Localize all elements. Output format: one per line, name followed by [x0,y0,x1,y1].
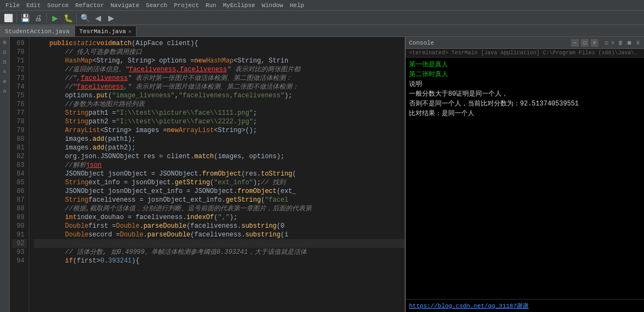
menu-navigate[interactable]: Navigate [107,0,143,10]
menu-window[interactable]: Window [258,0,287,10]
menu-myeclipse[interactable]: MyEclipse [220,0,258,10]
ln-84: 84 [12,170,27,178]
side-icon-4[interactable]: ≡ [1,67,9,76]
menu-file[interactable]: File [2,0,23,10]
code-line-84: JSONObject jsonObject = JSONObject.fromO… [34,170,405,178]
code-line-86: JSONObject josnObject_ext_info = JSONObj… [34,187,405,196]
code-line-74: //"faceliveness," 表示对第一张图片做活体检测、第二张图不做活体… [34,83,405,91]
console-panel: Console − □ × ⊡ ≡ 🗑 ⏹ ⏸ <terminated> Tes… [405,37,644,312]
side-icon-2[interactable]: ⊡ [1,48,9,57]
ln-81: 81 [12,143,27,152]
code-line-81: images.add(path2); [34,143,405,152]
toolbar-new[interactable]: ⬜ [2,12,14,24]
code-line-70: // 传入可选参数调用接口 [34,48,405,57]
code-line-82: org.json.JSONObject res = client.match(i… [34,152,405,161]
code-line-83: //解析json [34,161,405,170]
ln-93: 93 [12,248,27,257]
menu-project[interactable]: Project [171,0,202,10]
code-line-80: images.add(path1); [34,135,405,143]
ln-92: 92 [12,239,27,248]
menu-edit[interactable]: Edit [23,0,44,10]
ln-82: 82 [12,152,27,161]
side-icon-1[interactable]: ⊞ [1,38,9,47]
side-icon-5[interactable]: ⊕ [1,77,9,86]
tab-studentaction[interactable]: StudentAction.java [0,26,75,36]
ln-73: 73 [12,74,27,83]
console-toolbar-icons: ⊡ ≡ 🗑 ⏹ ⏸ [605,40,641,46]
console-close-btn[interactable]: × [591,39,598,47]
ln-88: 88 [12,204,27,213]
code-line-73: //",faceliveness" 表示对第一张图片不做活体检测、第二图做活体检… [34,74,405,83]
code-line-72: //返回的活体信息。"faceliveness,faceliveness" 表示… [34,65,405,74]
side-icon-6[interactable]: ⊖ [1,87,9,96]
code-line-75: options.put("image_liveness", "faceliven… [34,91,405,100]
ln-74: 74 [12,83,27,91]
toolbar-search[interactable]: 🔍 [79,12,91,24]
code-line-88: //根据,截取两个活体值，分别进行判断。逗号前面的代表第一章图片，后面的代表第 [34,204,405,213]
ln-72: 72 [12,65,27,74]
code-line-91: Double secord = Double.parseDouble(facel… [34,230,405,239]
tabbar: StudentAction.java TesrMain.java ✕ [0,25,644,37]
tab-close-icon[interactable]: ✕ [128,28,132,35]
toolbar-back[interactable]: ◀ [92,12,104,24]
menubar: File Edit Source Refactor Navigate Searc… [0,0,644,11]
console-line-4: 一般分数大于80证明是同一个人， [409,89,641,99]
code-line-79: ArrayList<String> images = new ArrayList… [34,126,405,135]
toolbar-print[interactable]: 🖨 [32,12,44,24]
console-line-3: 说明 [409,79,641,89]
ln-80: 80 [12,135,27,143]
menu-refactor[interactable]: Refactor [72,0,107,10]
code-line-92 [34,239,405,248]
ln-79: 79 [12,126,27,135]
main-area: ⊞ ⊡ ⊟ ≡ ⊕ ⊖ 69 70 71 72 73 74 75 76 77 7… [0,37,644,312]
code-line-85: String ext_info = jsonObject.getString("… [34,178,405,187]
ln-71: 71 [12,57,27,65]
ln-75: 75 [12,91,27,100]
menu-search[interactable]: Search [143,0,171,10]
ln-78: 78 [12,117,27,126]
toolbar-separator-2 [46,13,47,23]
ln-83: 83 [12,161,27,170]
code-editor: 69 70 71 72 73 74 75 76 77 78 79 80 81 8… [10,37,405,312]
console-line-5: 否则不是同一个人，当前比对分数为：92.513740539551 [409,99,641,109]
console-minimize-btn[interactable]: − [571,39,579,47]
code-line-78: String path2 = "I:\\test\\picture\\face\… [34,117,405,126]
code-line-90: Double first = Double.parseDouble(faceli… [34,222,405,230]
toolbar-separator-1 [16,13,17,23]
side-icon-3[interactable]: ⊟ [1,58,9,66]
ln-85: 85 [12,178,27,187]
toolbar-save[interactable]: 💾 [19,12,31,24]
console-header: Console − □ × ⊡ ≡ 🗑 ⏹ ⏸ [406,37,644,49]
code-line-76: //参数为本地图片路径列表 [34,100,405,109]
code-line-87: String faceliveness = josnObject_ext_inf… [34,196,405,204]
console-subheader: <terminated> TesrMain [Java Application]… [406,49,644,58]
menu-help[interactable]: Help [287,0,307,10]
ln-94: 94 [12,257,27,265]
ln-91: 91 [12,230,27,239]
ln-87: 87 [12,196,27,204]
tab-studentaction-label: StudentAction.java [5,28,70,35]
code-area[interactable]: 69 70 71 72 73 74 75 76 77 78 79 80 81 8… [10,37,405,312]
code-lines[interactable]: public static void match(AipFace client)… [29,37,405,312]
line-numbers: 69 70 71 72 73 74 75 76 77 78 79 80 81 8… [10,37,29,312]
console-title: Console [409,40,569,46]
tab-tesrmain[interactable]: TesrMain.java ✕ [75,26,137,36]
console-maximize-btn[interactable]: □ [581,39,589,47]
menu-run[interactable]: Run [202,0,220,10]
code-line-71: HashMap<String, String> options = new Ha… [34,57,405,65]
ln-76: 76 [12,100,27,109]
toolbar-separator-3 [76,13,77,23]
code-line-89: int index_douhao = faceliveness.indexOf(… [34,213,405,222]
side-panel-icons: ⊞ ⊡ ⊟ ≡ ⊕ ⊖ [0,37,10,312]
ln-70: 70 [12,48,27,57]
ln-89: 89 [12,213,27,222]
code-line-77: String path1 = "I:\\test\\picture\\face\… [34,109,405,117]
console-footer-link[interactable]: https://blog.csdn.net/qq_31187谢谢 [406,299,644,312]
ln-86: 86 [12,187,27,196]
toolbar-debug[interactable]: 🐛 [62,12,74,24]
toolbar-forward[interactable]: ▶ [105,12,117,24]
menu-source[interactable]: Source [44,0,72,10]
ln-69: 69 [12,39,27,48]
toolbar-run[interactable]: ▶ [49,12,61,24]
ln-90: 90 [12,222,27,230]
